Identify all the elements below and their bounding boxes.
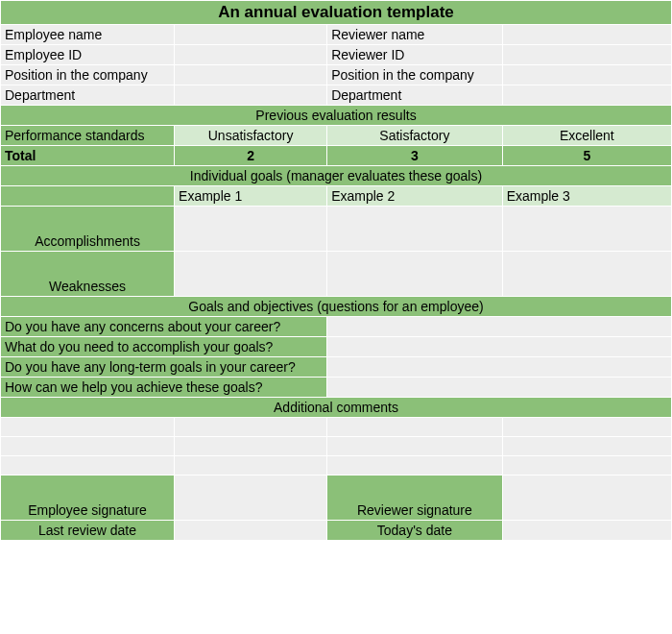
comment-cell[interactable] xyxy=(503,418,671,436)
field-weaknesses-3[interactable] xyxy=(503,252,671,296)
goal-example-3: Example 3 xyxy=(503,186,671,206)
question-1: Do you have any concerns about your care… xyxy=(1,317,326,336)
comment-cell[interactable] xyxy=(327,418,502,436)
label-employee-position: Position in the company xyxy=(1,65,174,85)
field-weaknesses-2[interactable] xyxy=(327,252,502,296)
comment-cell[interactable] xyxy=(503,437,671,455)
label-reviewer-dept: Department xyxy=(327,85,502,105)
label-reviewer-id: Reviewer ID xyxy=(327,45,502,64)
field-employee-position[interactable] xyxy=(175,65,326,85)
row-weaknesses: Weaknesses xyxy=(1,252,174,296)
field-today-date[interactable] xyxy=(503,521,671,540)
section-additional-comments: Additional comments xyxy=(1,398,671,417)
total-unsatisfactory: 2 xyxy=(175,146,326,165)
page-title: An annual evaluation template xyxy=(1,1,671,24)
goals-corner xyxy=(1,186,174,206)
label-reviewer-signature: Reviewer signature xyxy=(327,476,502,520)
section-individual-goals: Individual goals (manager evaluates thes… xyxy=(1,166,671,185)
comment-cell[interactable] xyxy=(1,437,174,455)
label-reviewer-position: Position in the company xyxy=(327,65,502,85)
level-excellent: Excellent xyxy=(503,126,671,145)
total-excellent: 5 xyxy=(503,146,671,165)
label-today-date: Today's date xyxy=(327,521,502,540)
answer-4[interactable] xyxy=(327,378,671,397)
label-reviewer-name: Reviewer name xyxy=(327,25,502,44)
answer-1[interactable] xyxy=(327,317,671,336)
comment-cell[interactable] xyxy=(327,437,502,455)
field-employee-signature[interactable] xyxy=(175,476,326,520)
section-goals-objectives: Goals and objectives (questions for an e… xyxy=(1,297,671,316)
field-reviewer-signature[interactable] xyxy=(503,476,671,520)
comment-cell[interactable] xyxy=(503,456,671,475)
question-2: What do you need to accomplish your goal… xyxy=(1,337,326,356)
label-employee-id: Employee ID xyxy=(1,45,174,64)
field-employee-id[interactable] xyxy=(175,45,326,64)
row-accomplishments: Accomplishments xyxy=(1,207,174,251)
field-reviewer-name[interactable] xyxy=(503,25,671,44)
field-weaknesses-1[interactable] xyxy=(175,252,326,296)
comment-cell[interactable] xyxy=(175,437,326,455)
goal-example-1: Example 1 xyxy=(175,186,326,206)
question-4: How can we help you achieve these goals? xyxy=(1,378,326,397)
question-3: Do you have any long-term goals in your … xyxy=(1,357,326,377)
field-employee-name[interactable] xyxy=(175,25,326,44)
field-employee-dept[interactable] xyxy=(175,85,326,105)
field-last-review-date[interactable] xyxy=(175,521,326,540)
answer-3[interactable] xyxy=(327,357,671,377)
field-reviewer-id[interactable] xyxy=(503,45,671,64)
field-accomplishments-1[interactable] xyxy=(175,207,326,251)
label-last-review-date: Last review date xyxy=(1,521,174,540)
label-employee-signature: Employee signature xyxy=(1,476,174,520)
level-satisfactory: Satisfactory xyxy=(327,126,502,145)
comment-cell[interactable] xyxy=(1,456,174,475)
label-performance-standards: Performance standards xyxy=(1,126,174,145)
evaluation-table: An annual evaluation template Employee n… xyxy=(0,0,672,541)
comment-cell[interactable] xyxy=(175,456,326,475)
label-employee-dept: Department xyxy=(1,85,174,105)
comment-cell[interactable] xyxy=(327,456,502,475)
level-unsatisfactory: Unsatisfactory xyxy=(175,126,326,145)
field-reviewer-dept[interactable] xyxy=(503,85,671,105)
answer-2[interactable] xyxy=(327,337,671,356)
label-total: Total xyxy=(1,146,174,165)
total-satisfactory: 3 xyxy=(327,146,502,165)
comment-cell[interactable] xyxy=(175,418,326,436)
field-accomplishments-3[interactable] xyxy=(503,207,671,251)
label-employee-name: Employee name xyxy=(1,25,174,44)
section-previous-results: Previous evaluation results xyxy=(1,106,671,125)
comment-cell[interactable] xyxy=(1,418,174,436)
field-reviewer-position[interactable] xyxy=(503,65,671,85)
field-accomplishments-2[interactable] xyxy=(327,207,502,251)
goal-example-2: Example 2 xyxy=(327,186,502,206)
